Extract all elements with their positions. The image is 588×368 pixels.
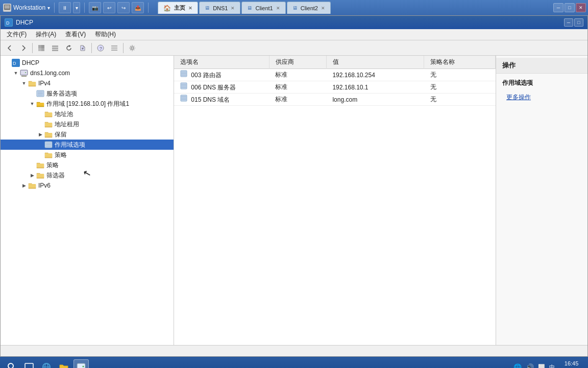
tree-scope-label: 作用域 [192.168.10.0] 作用域1 xyxy=(46,100,129,108)
table-row[interactable]: 006 DNS 服务器 标准 192.168.10.1 无 xyxy=(174,81,496,94)
menu-help[interactable]: 帮助(H) xyxy=(91,29,120,40)
close-top[interactable]: ✕ xyxy=(576,3,586,12)
taskbar-server[interactable] xyxy=(74,359,89,368)
toolbar-export[interactable] xyxy=(77,42,89,54)
table-row[interactable]: 015 DNS 域名 标准 long.com 无 xyxy=(174,94,496,106)
row1-policy: 无 xyxy=(424,69,496,81)
toolbar-sep-3 xyxy=(123,43,124,53)
table-row[interactable]: 003 路由器 标准 192.168.10.254 无 xyxy=(174,69,496,81)
svg-rect-46 xyxy=(25,363,33,368)
tree-ipv6[interactable]: ▶ IPv6 xyxy=(1,180,174,191)
dhcp-root-icon: D xyxy=(12,59,20,67)
tree-reserve[interactable]: ▶ 保留 xyxy=(1,129,174,140)
tree-filters[interactable]: ▶ 筛选器 xyxy=(1,170,174,180)
tab-client1-icon: 🖥 xyxy=(247,5,252,11)
tree-dns1[interactable]: ▼ dns1.long.com xyxy=(1,68,174,78)
toolbar-sep-2 xyxy=(91,43,92,53)
taskbar-browser[interactable] xyxy=(39,359,54,368)
back-button[interactable]: ↩ xyxy=(103,2,115,13)
menu-view[interactable]: 查看(V) xyxy=(61,29,90,40)
dhcp-window-icon: D xyxy=(5,18,13,27)
policies-icon xyxy=(36,161,44,169)
tree-ipv4[interactable]: ▼ IPv4 xyxy=(1,78,174,88)
tree-scope-opts[interactable]: 作用域选项 xyxy=(1,140,174,150)
window-maximize[interactable]: □ xyxy=(574,18,583,27)
toolbar-help[interactable]: ? xyxy=(94,42,107,54)
tab-dns1[interactable]: 🖥 DNS1 ✕ xyxy=(199,2,240,14)
toolbar-settings[interactable] xyxy=(126,42,138,54)
tree-policy-scope[interactable]: 策略 xyxy=(1,150,174,160)
addr-lease-icon xyxy=(44,120,53,128)
pause-button[interactable]: ⏸ xyxy=(59,2,71,13)
svg-rect-22 xyxy=(21,76,27,77)
menu-file[interactable]: 文件(F) xyxy=(3,29,31,40)
tree-addr-pool[interactable]: 地址池 xyxy=(1,109,174,119)
tree-policies-label: 策略 xyxy=(46,161,59,170)
policy-scope-icon xyxy=(44,151,53,159)
main-panel: 选项名 供应商 值 策略名称 xyxy=(174,56,496,345)
tree-scope[interactable]: ▼ 作用域 [192.168.10.0] 作用域1 xyxy=(1,99,174,109)
expand-reserve: ▶ xyxy=(37,131,43,137)
tree-panel: D DHCP ▼ dns1.long.com xyxy=(1,56,174,345)
row3-icon xyxy=(180,95,187,102)
screenshot-button[interactable]: 📷 xyxy=(89,2,101,13)
action-panel: 操作 作用域选项 更多操作 xyxy=(496,56,587,345)
forward-button[interactable]: ↪ xyxy=(117,2,130,13)
clock-time: 16:45 xyxy=(559,360,584,367)
tree-server-opts[interactable]: 服务器选项 xyxy=(1,88,174,99)
tab-home-close[interactable]: ✕ xyxy=(188,6,192,11)
toolbar-refresh[interactable] xyxy=(63,42,75,54)
tab-client2-close[interactable]: ✕ xyxy=(321,6,325,11)
taskbar-search[interactable] xyxy=(4,359,19,368)
tab-dns1-close[interactable]: ✕ xyxy=(231,6,235,11)
tab-client1[interactable]: 🖥 Client1 ✕ xyxy=(241,2,285,14)
menu-action[interactable]: 操作(A) xyxy=(32,29,60,40)
tab-home[interactable]: 🏠 主页 ✕ xyxy=(158,2,198,14)
row2-option: 006 DNS 服务器 xyxy=(174,81,269,94)
tree-ipv6-label: IPv6 xyxy=(38,182,51,189)
col-policy-name: 策略名称 xyxy=(424,56,496,69)
toolbar-large-icon[interactable] xyxy=(49,42,61,54)
tab-client2[interactable]: 🖥 Client2 ✕ xyxy=(287,2,331,14)
tab-client1-close[interactable]: ✕ xyxy=(276,6,280,11)
clock[interactable]: 16:45 2020/4/24 xyxy=(559,360,584,368)
taskbar-sys-icon-network: 🌐 xyxy=(513,363,522,369)
toolbar-forward[interactable] xyxy=(17,42,30,54)
toolbar-sep-1 xyxy=(32,43,33,53)
reserve-icon xyxy=(44,130,53,139)
window-minimize[interactable]: ─ xyxy=(564,18,573,27)
tree-dhcp-root[interactable]: D DHCP xyxy=(1,58,174,68)
toolbar-back[interactable] xyxy=(4,42,16,54)
app-dropdown[interactable]: ▾ xyxy=(47,5,50,11)
title-bar-left: Workstation ▾ ⏸ ▾ 📷 ↩ ↪ 📤 🏠 主页 ✕ 🖥 DNS1 xyxy=(0,2,553,14)
maximize-top[interactable]: □ xyxy=(565,3,575,12)
svg-rect-14 xyxy=(111,45,117,47)
taskbar-bottom: 🌐 🔊 ⬜ 中 16:45 2020/4/24 xyxy=(0,357,588,368)
action-more[interactable]: 更多操作 xyxy=(496,90,587,104)
toolbar-list-view[interactable] xyxy=(108,42,120,54)
action-group-primary: 作用域选项 xyxy=(496,76,587,90)
window-title-bar: D DHCP ─ □ xyxy=(1,16,587,29)
expand-addr-lease xyxy=(37,121,43,127)
row3-policy: 无 xyxy=(424,94,496,106)
row1-icon xyxy=(180,70,187,77)
taskbar-files[interactable] xyxy=(56,359,71,368)
svg-rect-9 xyxy=(52,48,58,49)
minimize-top[interactable]: ─ xyxy=(553,3,564,12)
taskbar-desktop[interactable] xyxy=(21,359,37,368)
toolbar-divider-2 xyxy=(84,3,85,13)
tree-policy-scope-label: 策略 xyxy=(55,151,67,159)
options-table: 选项名 供应商 值 策略名称 xyxy=(174,56,496,106)
tree-policies[interactable]: 策略 xyxy=(1,160,174,170)
col-value: 值 xyxy=(326,56,424,69)
row3-vendor: 标准 xyxy=(269,94,326,106)
toolbar-show[interactable] xyxy=(35,42,47,54)
send-button[interactable]: 📤 xyxy=(132,2,144,13)
tab-home-label: 主页 xyxy=(174,4,185,12)
tree-scope-opts-label: 作用域选项 xyxy=(55,141,85,149)
scope-folder-icon xyxy=(36,100,44,108)
row2-icon xyxy=(180,82,187,89)
pause-dropdown[interactable]: ▾ xyxy=(73,2,80,13)
svg-rect-15 xyxy=(111,48,117,49)
tree-addr-lease[interactable]: 地址租用 xyxy=(1,119,174,129)
